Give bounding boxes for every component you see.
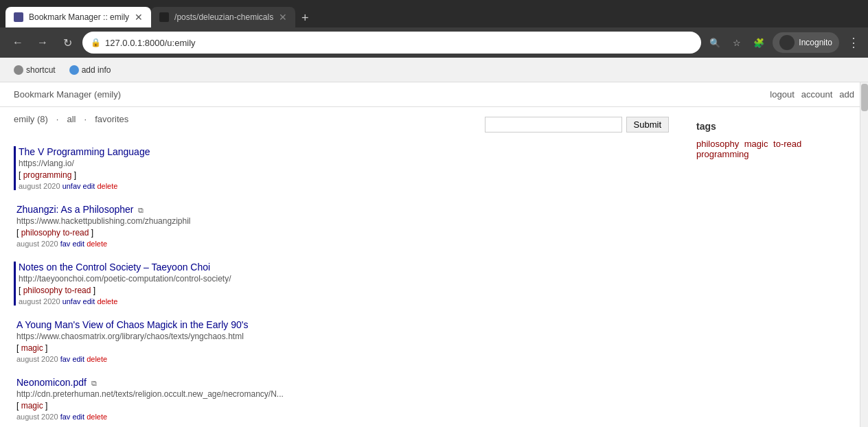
tab-title-2: /posts/deleuzian-chemicals [174, 12, 273, 22]
edit-action-4[interactable]: edit [72, 355, 84, 363]
bookmark-url-2: https://www.hackettpublishing.com/zhuang… [16, 216, 669, 226]
tag-cloud-programming[interactable]: programming [696, 149, 749, 159]
bookmarks-bar-item-addinfo[interactable]: add info [64, 62, 117, 78]
bookmark-tags-2: [ philosophy to-read ] [16, 228, 669, 238]
edit-action-2[interactable]: edit [72, 240, 84, 248]
bookmark-date-3: august 2020 [19, 297, 60, 305]
forward-button[interactable]: → [33, 33, 52, 52]
logout-link[interactable]: logout [770, 89, 794, 100]
tab-favicon-1 [14, 12, 23, 22]
bookmark-title-2[interactable]: Zhuangzi: As a Philosopher ⧉ [16, 204, 144, 215]
bookmark-meta-2: august 2020 fav edit delete [16, 240, 669, 248]
tab-close-1[interactable]: ✕ [135, 12, 143, 23]
tag-cloud-toread[interactable]: to-read [773, 139, 801, 149]
edit-action-5[interactable]: edit [72, 413, 84, 421]
bookmarks-bar-item-shortcut[interactable]: shortcut [8, 62, 61, 78]
add-link[interactable]: add [839, 89, 854, 100]
bookmark-date-4: august 2020 [16, 355, 58, 363]
bookmark-title-5[interactable]: Neonomicon.pdf ⧉ [16, 377, 97, 388]
nav-dot-1: · [56, 114, 59, 124]
scrollbar[interactable] [860, 82, 868, 427]
tab-bookmark-manager[interactable]: Bookmark Manager :: emily ✕ [5, 7, 151, 27]
page-header: Bookmark Manager (emily) logout account … [0, 82, 868, 107]
tab-close-2[interactable]: ✕ [279, 12, 287, 23]
account-link[interactable]: account [801, 89, 833, 100]
delete-action-1[interactable]: delete [97, 182, 117, 190]
external-icon-2: ⧉ [138, 206, 144, 214]
search-icon[interactable]: 🔍 [707, 34, 723, 51]
main-content: emily (8) · all · favorites Submit The V… [14, 114, 669, 427]
back-button[interactable]: ← [8, 33, 27, 52]
unfav-action-1[interactable]: unfav [62, 182, 81, 190]
scrollbar-thumb[interactable] [861, 84, 868, 111]
bookmark-title-1[interactable]: The V Programming Language [19, 146, 150, 157]
bookmark-date-2: august 2020 [16, 240, 58, 248]
browser-menu-button[interactable]: ⋮ [847, 35, 860, 50]
incognito-avatar [779, 35, 795, 50]
tag-philosophy-3[interactable]: philosophy [23, 286, 62, 295]
url-bar[interactable]: 🔒 127.0.0.1:8000/u:emily [82, 32, 701, 54]
search-input[interactable] [485, 117, 622, 132]
tag-magic-5[interactable]: magic [21, 401, 43, 411]
header-links: logout account add [770, 89, 854, 100]
tag-cloud-magic[interactable]: magic [744, 139, 768, 149]
delete-action-3[interactable]: delete [97, 297, 117, 305]
bookmark-title-4[interactable]: A Young Man's View of Chaos Magick in th… [16, 319, 248, 330]
browser-chrome: Bookmark Manager :: emily ✕ /posts/deleu… [0, 0, 868, 82]
tag-toread-2[interactable]: to-read [62, 228, 89, 238]
bookmark-entry-2: Zhuangzi: As a Philosopher ⧉ https://www… [14, 204, 669, 248]
fav-action-5[interactable]: fav [60, 413, 71, 421]
bookmark-tags-4: [ magic ] [16, 343, 669, 353]
bookmark-url-4: https://www.chaosmatrix.org/library/chao… [16, 332, 669, 341]
edit-action-1[interactable]: edit [83, 182, 95, 190]
tab-posts[interactable]: /posts/deleuzian-chemicals ✕ [151, 7, 295, 27]
bookmark-entry-5: Neonomicon.pdf ⧉ http://cdn.preterhuman.… [14, 377, 669, 421]
nav-dot-2: · [84, 114, 87, 124]
tag-toread-3[interactable]: to-read [65, 286, 91, 295]
fav-action-2[interactable]: fav [60, 240, 71, 248]
bookmark-tags-3: [ philosophy to-read ] [19, 286, 669, 295]
bookmark-url-1: https://vlang.io/ [19, 159, 669, 168]
new-tab-button[interactable]: + [295, 8, 315, 27]
all-link[interactable]: all [67, 114, 76, 124]
reload-button[interactable]: ↻ [58, 33, 77, 52]
addinfo-globe-icon [69, 65, 79, 75]
bookmark-date-5: august 2020 [16, 413, 58, 421]
incognito-label: Incognito [799, 38, 832, 47]
bookmark-tags-1: [ programming ] [19, 170, 669, 180]
nav-actions: 🔍 ☆ 🧩 Incognito ⋮ [707, 32, 860, 53]
bookmarks-bar: shortcut add info [0, 58, 868, 82]
search-form: Submit [485, 117, 669, 132]
extensions-icon[interactable]: 🧩 [751, 34, 767, 51]
shortcut-label: shortcut [26, 65, 56, 75]
user-search-row: emily (8) · all · favorites Submit [14, 114, 669, 135]
bookmark-url-5: http://cdn.preterhuman.net/texts/religio… [16, 389, 669, 399]
addinfo-label: add info [82, 65, 111, 75]
delete-action-4[interactable]: delete [87, 355, 107, 363]
bookmark-date-1: august 2020 [19, 182, 60, 190]
tags-section: tags philosophy magic to-read programmin… [696, 121, 854, 159]
tag-programming[interactable]: programming [23, 170, 72, 180]
tab-title-1: Bookmark Manager :: emily [29, 12, 129, 22]
search-submit-button[interactable]: Submit [626, 117, 669, 132]
tag-philosophy-2[interactable]: philosophy [21, 228, 60, 238]
username-count: (8) [37, 114, 48, 124]
favorites-link[interactable]: favorites [95, 114, 128, 124]
url-text: 127.0.0.1:8000/u:emily [105, 38, 196, 48]
unfav-action-3[interactable]: unfav [62, 297, 81, 305]
delete-action-5[interactable]: delete [87, 413, 107, 421]
bookmark-meta-4: august 2020 fav edit delete [16, 355, 669, 363]
bookmark-title-3[interactable]: Notes on the Control Society – Taeyoon C… [19, 262, 210, 273]
tag-cloud: philosophy magic to-read programming [696, 139, 854, 159]
username-link[interactable]: emily (8) [14, 114, 48, 124]
sidebar: tags philosophy magic to-read programmin… [683, 114, 854, 427]
edit-action-3[interactable]: edit [83, 297, 95, 305]
delete-action-2[interactable]: delete [87, 240, 107, 248]
page-header-title: Bookmark Manager (emily) [14, 89, 121, 100]
tag-cloud-philosophy[interactable]: philosophy [696, 139, 739, 149]
fav-action-4[interactable]: fav [60, 355, 71, 363]
tag-magic-4[interactable]: magic [21, 343, 43, 353]
star-icon[interactable]: ☆ [729, 34, 745, 51]
shortcut-globe-icon [14, 65, 23, 75]
incognito-button[interactable]: Incognito [773, 32, 839, 53]
